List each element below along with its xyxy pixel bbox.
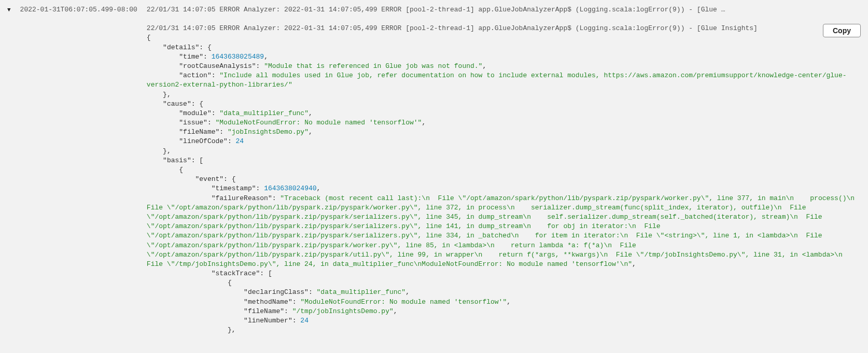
log-summary-line: 22/01/31 14:07:05 ERROR Analyzer: 2022-0… bbox=[147, 5, 861, 15]
log-detail-block: 22/01/31 14:07:05 ERROR Analyzer: 2022-0… bbox=[147, 24, 861, 335]
log-timestamp: 2022-01-31T06:07:05.499-08:00 bbox=[20, 5, 137, 15]
expand-toggle-icon[interactable]: ▼ bbox=[7, 5, 11, 14]
copy-button[interactable]: Copy bbox=[823, 24, 861, 37]
log-message-column: 22/01/31 14:07:05 ERROR Analyzer: 2022-0… bbox=[147, 5, 861, 335]
log-row: ▼ 2022-01-31T06:07:05.499-08:00 22/01/31… bbox=[7, 5, 861, 335]
